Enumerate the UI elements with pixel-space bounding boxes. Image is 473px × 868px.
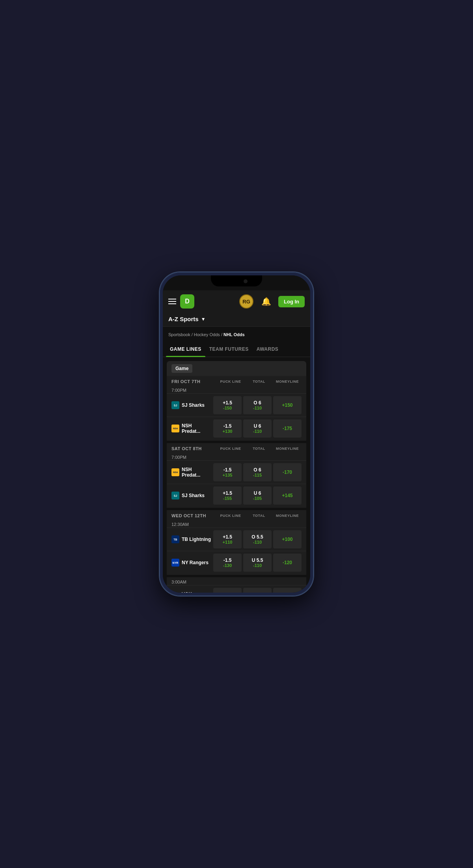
breadcrumb-current: NHL Odds xyxy=(223,332,245,337)
matchup-wed-1: 12:30AM TB TB Lightning +1.5 +110 O 5.5 … xyxy=(167,520,306,575)
tab-team-futures[interactable]: TEAM FUTURES xyxy=(205,342,253,357)
hamburger-menu[interactable] xyxy=(168,299,176,304)
matchup-wed-2: 3:00AM VGK VGK Golden... +1.5 -245 O 6 -… xyxy=(167,577,306,593)
nsh-predators-total-1[interactable]: U 6 -110 xyxy=(243,419,272,438)
sj-sharks-total[interactable]: O 6 -110 xyxy=(243,396,272,414)
sj-sharks-name: SJ Sharks xyxy=(182,402,212,408)
col-total-fri: TOTAL xyxy=(245,380,273,383)
vgk-name: VGK Golden... xyxy=(182,591,212,593)
col-total-sat: TOTAL xyxy=(245,447,273,451)
date-row-fri: FRI OCT 7TH PUCK LINE TOTAL MONEYLINE xyxy=(167,376,306,385)
nsh-predators-total-2[interactable]: O 6 -115 xyxy=(243,463,272,481)
sj-sharks-logo-2: SJ xyxy=(171,492,179,499)
breadcrumb: Sportsbook / Hockey Odds / NHL Odds xyxy=(163,327,310,342)
top-nav: D RG 🔔 Log In xyxy=(163,290,310,312)
main-content: Game FRI OCT 7TH PUCK LINE TOTAL MONEYLI… xyxy=(163,357,310,593)
date-fri: FRI OCT 7TH xyxy=(171,379,216,384)
table-row: NYR NY Rangers -1.5 -130 U 5.5 -110 xyxy=(167,551,306,574)
table-row: NSH NSH Predat... -1.5 +130 U 6 -110 xyxy=(167,417,306,440)
col-ml-wed: MONEYLINE xyxy=(273,514,302,518)
time-sat-1: 7:00PM xyxy=(167,453,306,460)
tab-awards[interactable]: AWARDS xyxy=(253,342,283,357)
nsh-predators-moneyline-2[interactable]: -170 xyxy=(273,463,302,481)
game-table-header: Game xyxy=(167,361,306,376)
sj-sharks-logo: SJ xyxy=(171,401,179,409)
ny-rangers-total[interactable]: U 5.5 -110 xyxy=(243,554,272,572)
game-label: Game xyxy=(171,364,192,373)
ny-rangers-name: NY Rangers xyxy=(182,560,212,565)
chevron-down-icon: ▼ xyxy=(201,316,206,322)
sj-sharks-total-2[interactable]: U 6 -105 xyxy=(243,486,272,505)
game-table: Game FRI OCT 7TH PUCK LINE TOTAL MONEYLI… xyxy=(167,361,306,593)
table-row: VGK VGK Golden... +1.5 -245 O 6 -110 xyxy=(167,585,306,593)
sj-sharks-puckline-2[interactable]: +1.5 -155 xyxy=(213,486,242,505)
tab-game-lines[interactable]: GAME LINES xyxy=(166,342,205,357)
date-row-sat: SAT OCT 8TH PUCK LINE TOTAL MONEYLINE xyxy=(167,443,306,453)
login-button[interactable]: Log In xyxy=(278,296,305,307)
nsh-predators-logo-1: NSH xyxy=(171,425,179,432)
nsh-predators-name-2: NSH Predat... xyxy=(182,467,212,478)
tb-lightning-puckline[interactable]: +1.5 +110 xyxy=(213,530,242,548)
col-puckline-fri: PUCK LINE xyxy=(216,380,245,383)
ny-rangers-logo: NYR xyxy=(171,559,179,567)
matchup-sat-1: 7:00PM NSH NSH Predat... -1.5 +135 O 6 xyxy=(167,453,306,508)
vgk-puckline[interactable]: +1.5 -245 xyxy=(213,588,242,593)
date-sat: SAT OCT 8TH xyxy=(171,446,216,451)
nsh-predators-puckline-2[interactable]: -1.5 +135 xyxy=(213,463,242,481)
nsh-predators-name-1: NSH Predat... xyxy=(182,423,212,434)
date-row-wed: WED OCT 12TH PUCK LINE TOTAL MONEYLINE xyxy=(167,510,306,520)
ny-rangers-moneyline[interactable]: -120 xyxy=(273,554,302,572)
tb-lightning-logo: TB xyxy=(171,535,179,543)
nsh-predators-puckline-1[interactable]: -1.5 +130 xyxy=(213,419,242,438)
tb-lightning-total[interactable]: O 5.5 -110 xyxy=(243,530,272,548)
table-row: TB TB Lightning +1.5 +110 O 5.5 -110 xyxy=(167,528,306,551)
breadcrumb-trail: Sportsbook / Hockey Odds / xyxy=(168,332,223,337)
table-row: SJ SJ Sharks +1.5 -155 U 6 -105 xyxy=(167,484,306,507)
draftkings-logo: D xyxy=(180,294,194,309)
matchup-fri-1: 7:00PM SJ SJ Sharks +1.5 -150 O 6 -11 xyxy=(167,385,306,441)
tb-lightning-name: TB Lightning xyxy=(182,537,212,542)
table-row: NSH NSH Predat... -1.5 +135 O 6 -115 xyxy=(167,460,306,484)
vgk-total[interactable]: O 6 -110 xyxy=(243,588,272,593)
time-wed-2: 3:00AM xyxy=(167,578,306,585)
table-row: SJ SJ Sharks +1.5 -150 O 6 -110 xyxy=(167,393,306,417)
sj-sharks-name-2: SJ Sharks xyxy=(182,493,212,498)
time-wed-1: 12:30AM xyxy=(167,520,306,528)
nsh-predators-logo-2: NSH xyxy=(171,468,179,476)
col-ml-fri: MONEYLINE xyxy=(273,380,302,383)
date-wed: WED OCT 12TH xyxy=(171,513,216,518)
rg-logo: RG xyxy=(239,294,253,309)
sj-sharks-moneyline-2[interactable]: +145 xyxy=(273,486,302,505)
col-ml-sat: MONEYLINE xyxy=(273,447,302,451)
tb-lightning-moneyline[interactable]: +100 xyxy=(273,530,302,548)
tabs-container: GAME LINES TEAM FUTURES AWARDS xyxy=(163,342,310,357)
sj-sharks-puckline[interactable]: +1.5 -150 xyxy=(213,396,242,414)
sports-dropdown[interactable]: A-Z Sports ▼ xyxy=(168,316,305,322)
col-puckline-sat: PUCK LINE xyxy=(216,447,245,451)
sports-selector: A-Z Sports ▼ xyxy=(163,312,310,327)
nsh-predators-moneyline-1[interactable]: -175 xyxy=(273,419,302,438)
col-total-wed: TOTAL xyxy=(245,514,273,518)
sports-label: A-Z Sports xyxy=(168,316,199,322)
time-fri-1: 7:00PM xyxy=(167,386,306,393)
sj-sharks-moneyline[interactable]: +150 xyxy=(273,396,302,414)
ny-rangers-puckline[interactable]: -1.5 -130 xyxy=(213,554,242,572)
vgk-moneyline[interactable]: -105 xyxy=(273,588,302,593)
col-puckline-wed: PUCK LINE xyxy=(216,514,245,518)
notification-bell-icon[interactable]: 🔔 xyxy=(261,297,271,306)
